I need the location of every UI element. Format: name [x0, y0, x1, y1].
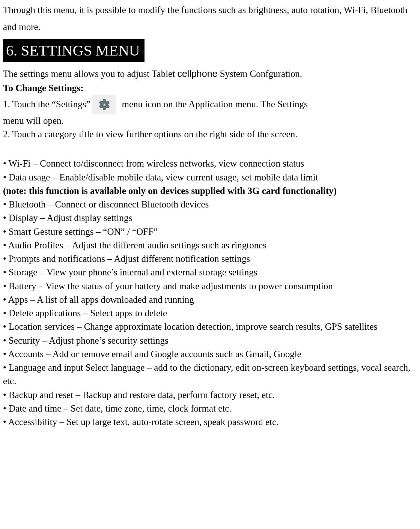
bullet-wifi: • Wi-Fi – Connect to/disconnect from wir…	[3, 157, 416, 170]
change-settings-title: To Change Settings:	[3, 81, 416, 95]
intro-paragraph: Through this menu, it is possible to mod…	[3, 2, 416, 35]
bullet-accounts: • Accounts – Add or remove email and Goo…	[3, 347, 416, 361]
bullet-accessibility: • Accessibility – Set up large text, aut…	[3, 415, 416, 429]
bullet-location: • Location services – Change approximate…	[3, 320, 416, 334]
bullet-audio: • Audio Profiles – Adjust the different …	[3, 239, 416, 252]
bullet-smart-gesture: • Smart Gesture settings – “ON” / “OFF”	[3, 225, 416, 239]
bullet-datetime: • Date and time – Set date, time zone, t…	[3, 402, 416, 415]
section-heading: 6. SETTINGS MENU	[3, 39, 145, 62]
bullet-backup: • Backup and reset – Backup and restore …	[3, 388, 416, 402]
settings-gear-icon	[92, 95, 116, 114]
subdesc-before: The settings menu allows you to adjust T…	[3, 69, 177, 79]
bullet-display: • Display – Adjust display settings	[3, 211, 416, 225]
bullet-data-note: (note: this function is available only o…	[3, 184, 416, 198]
subdesc-cellphone: cellphone	[177, 68, 217, 79]
svg-point-1	[104, 104, 105, 105]
step1-text-b: menu icon on the Application menu. The S…	[122, 98, 307, 111]
bullet-data-usage: • Data usage – Enable/disable mobile dat…	[3, 171, 416, 184]
step-1-line: 1. Touch the “Settings” menu icon on the…	[3, 95, 416, 114]
bullet-prompts: • Prompts and notifications – Adjust dif…	[3, 252, 416, 266]
subdesc-after: System Confguration.	[217, 69, 302, 79]
section-subdescription: The settings menu allows you to adjust T…	[3, 67, 416, 81]
bullet-security: • Security – Adjust phone’s security set…	[3, 334, 416, 347]
gear-icon	[98, 98, 111, 111]
bullet-bluetooth: • Bluetooth – Connect or disconnect Blue…	[3, 198, 416, 211]
step1-text-c: menu will open.	[3, 114, 416, 128]
bullet-storage: • Storage – View your phone’s internal a…	[3, 266, 416, 279]
step-2-text: 2. Touch a category title to view furthe…	[3, 128, 416, 141]
bullet-battery: • Battery – View the status of your batt…	[3, 280, 416, 293]
step1-text-a: 1. Touch the “Settings”	[3, 98, 90, 111]
bullet-list: • Wi-Fi – Connect to/disconnect from wir…	[3, 157, 416, 429]
bullet-language: • Language and input Select language – a…	[3, 361, 416, 388]
bullet-apps: • Apps – A list of all apps downloaded a…	[3, 293, 416, 307]
bullet-delete-apps: • Delete applications – Select apps to d…	[3, 307, 416, 320]
